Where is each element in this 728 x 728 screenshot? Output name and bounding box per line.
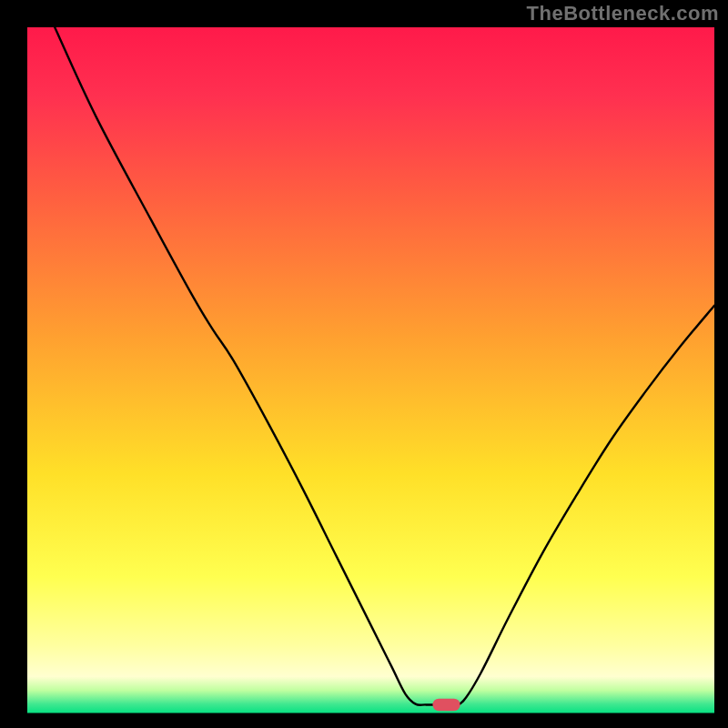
bottleneck-chart: TheBottleneck.com <box>0 0 728 728</box>
watermark-label: TheBottleneck.com <box>527 2 719 25</box>
chart-background <box>27 27 714 714</box>
chart-svg <box>0 0 728 728</box>
optimal-marker <box>432 699 460 712</box>
